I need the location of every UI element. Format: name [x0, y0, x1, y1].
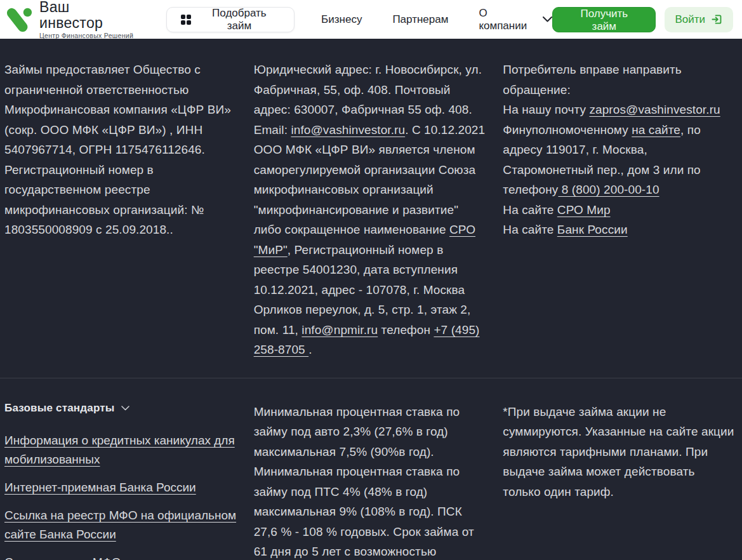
nav-label: Партнерам — [392, 13, 448, 26]
text-segment: На нашу почту — [503, 103, 589, 116]
chevron-down-icon — [543, 17, 552, 22]
standards-title: Базовые стандарты — [4, 402, 115, 415]
inline-link[interactable]: 8 (800) 200-00-10 — [558, 183, 659, 196]
text-segment: На сайте — [503, 223, 557, 236]
legal-section: Займы предоставляет Общество с ограничен… — [0, 39, 742, 378]
legal-text-company: Займы предоставляет Общество с ограничен… — [4, 60, 237, 360]
logo-icon — [6, 5, 33, 34]
nav-item-partners[interactable]: Партнерам — [392, 13, 448, 26]
login-button[interactable]: Войти — [665, 7, 733, 32]
inline-link[interactable]: zapros@vashinvestor.ru — [589, 103, 720, 116]
inline-link[interactable]: Банк России — [557, 223, 628, 236]
nav-label: О компании — [479, 7, 538, 32]
legal-text-address: Юридический адрес: г. Новосибирск, ул. Ф… — [254, 60, 487, 360]
nav-item-company[interactable]: О компании — [479, 7, 552, 32]
main-nav: Бизнесу Партнерам О компании — [321, 7, 552, 32]
legal-text-consumer: Потребитель вправе направить обращение:Н… — [503, 60, 736, 360]
pick-loan-label: Подобрать займ — [199, 7, 280, 32]
login-label: Войти — [675, 13, 705, 26]
logo[interactable]: Ваш инвестор Центр Финансовых Решений — [6, 0, 137, 39]
standards-column: Базовые стандарты Информация о кредитных… — [4, 402, 237, 560]
text-segment: Потребитель вправе направить обращение: — [503, 63, 681, 97]
rates-text: Минимальная процентная ставка по займу п… — [254, 402, 487, 560]
inline-link[interactable]: на сайте — [632, 123, 680, 137]
header-actions: Получить займ Войти — [552, 7, 733, 32]
standards-link-mfo-certificate[interactable]: Свидетельство МФО — [4, 553, 237, 560]
text-segment: , Регистрационный номер в реестре 540012… — [254, 243, 471, 337]
standards-toggle[interactable]: Базовые стандарты — [4, 402, 237, 415]
nav-item-business[interactable]: Бизнесу — [321, 13, 362, 26]
text-segment: . С 10.12.2021 ООО МФК «ЦФР ВИ» является… — [254, 123, 486, 237]
promo-note: *При выдаче займа акции не суммируются. … — [503, 402, 736, 560]
login-icon — [711, 13, 723, 25]
logo-text: Ваш инвестор Центр Финансовых Решений — [39, 0, 137, 39]
text-segment: . — [308, 343, 312, 356]
standards-link-mfo-registry[interactable]: Ссылка на реестр МФО на официальном сайт… — [4, 506, 237, 544]
text-segment: На сайте — [503, 203, 557, 217]
header: Ваш инвестор Центр Финансовых Решений По… — [0, 0, 742, 39]
inline-link[interactable]: СРО Мир — [557, 203, 611, 217]
inline-link[interactable]: info@npmir.ru — [301, 323, 378, 337]
text-segment: телефон — [378, 323, 434, 337]
logo-subtitle: Центр Финансовых Решений — [39, 32, 137, 39]
standards-link-credit-holidays[interactable]: Информация о кредитных каникулах для моб… — [4, 431, 237, 469]
page: Ваш инвестор Центр Финансовых Решений По… — [0, 0, 742, 560]
nav-label: Бизнесу — [321, 13, 362, 26]
pick-loan-button[interactable]: Подобрать займ — [166, 7, 295, 32]
grid-icon — [181, 15, 191, 25]
logo-title: Ваш инвестор — [39, 0, 137, 30]
standards-links: Информация о кредитных каникулах для моб… — [4, 431, 237, 560]
inline-link[interactable]: info@vashinvestor.ru — [291, 123, 405, 137]
chevron-down-icon — [121, 406, 129, 411]
get-loan-button[interactable]: Получить займ — [552, 7, 656, 32]
standards-section: Базовые стандарты Информация о кредитных… — [0, 378, 742, 560]
text-segment: Финуполномоченному — [503, 123, 632, 137]
standards-link-cbr-reception[interactable]: Интернет-приемная Банка России — [4, 478, 237, 497]
